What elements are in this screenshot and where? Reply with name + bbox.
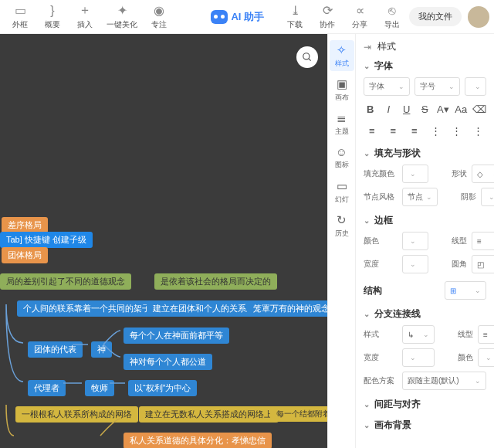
mindmap-node[interactable]: 每一个结都附着一种道德要素 xyxy=(270,406,327,422)
section-branch: 分支连接线 样式↳线型≡ 宽度颜色 配色方案跟随主题(默认) xyxy=(364,307,486,390)
slides-icon: ▭ xyxy=(337,179,347,193)
avatar[interactable] xyxy=(468,6,489,28)
font-color-button[interactable]: A▾ xyxy=(436,100,450,117)
align-center-button[interactable]: ≡ xyxy=(385,122,402,139)
section-header[interactable]: 边框 xyxy=(364,214,486,227)
canvas-icon: ▣ xyxy=(337,77,347,91)
mindmap-node[interactable]: 神对每个个人都公道 xyxy=(124,354,212,370)
section-header[interactable]: 填充与形状 xyxy=(364,147,486,160)
smiley-icon: ☺ xyxy=(336,145,347,158)
mindmap-node[interactable]: 一根根私人联系所构成的网络 xyxy=(15,406,138,423)
side-history[interactable]: ↻历史 xyxy=(330,210,354,241)
tb-insert[interactable]: ＋插入 xyxy=(69,2,100,32)
history-icon: ↻ xyxy=(337,213,347,227)
top-toolbar: ▭外框 }概要 ＋插入 ✦一键美化 ◉专注 AI 助手 ⤓下载 ⟳协作 ∝分享 … xyxy=(0,0,494,34)
section-spacing: 间距与对齐 xyxy=(364,398,486,411)
mindmap-node[interactable]: 笼罩万有的神的观念 xyxy=(247,300,327,317)
tb-collab[interactable]: ⟳协作 xyxy=(312,2,343,32)
tb-frame[interactable]: ▭外框 xyxy=(5,2,36,32)
style-panel: ⇥ 样式 字体 字体 字号 B I U S A▾ Aa ⌫ ≡ ≡ ≡ xyxy=(355,34,494,448)
italic-button[interactable]: I xyxy=(382,100,396,117)
border-radius-select[interactable]: ◰ xyxy=(472,255,494,273)
font-extra-select[interactable] xyxy=(465,77,486,96)
tb-share[interactable]: ∝分享 xyxy=(344,2,375,32)
shape-select[interactable]: ◇ xyxy=(472,165,494,183)
font-family-select[interactable]: 字体 xyxy=(364,77,410,96)
section-border: 边框 颜色线型≡ 宽度圆角◰ xyxy=(364,214,486,273)
mindmap-node[interactable]: 神 xyxy=(91,341,112,358)
side-icons[interactable]: ☺图标 xyxy=(330,142,354,173)
section-structure: 结构⊞ xyxy=(364,281,486,300)
side-style[interactable]: ✧样式 xyxy=(330,40,354,71)
tb-focus[interactable]: ◉专注 xyxy=(144,2,174,32)
scheme-select[interactable]: 跟随主题(默认) xyxy=(402,372,486,390)
bold-button[interactable]: B xyxy=(364,100,377,117)
theme-icon: ≣ xyxy=(337,111,347,125)
tb-download[interactable]: ⤓下载 xyxy=(279,2,310,32)
branch-line-select[interactable]: ≡ xyxy=(478,325,494,344)
mindmap-node[interactable]: 团体格局 xyxy=(2,247,48,263)
branch-color-select[interactable] xyxy=(478,348,494,367)
ai-icon xyxy=(211,10,228,24)
valign-top-button[interactable]: ⋮ xyxy=(428,122,445,139)
mindmap-node[interactable]: 私人关系道德的具体分化：孝悌忠信 xyxy=(124,433,272,448)
valign-mid-button[interactable]: ⋮ xyxy=(448,122,465,139)
style-icon: ✧ xyxy=(337,43,347,57)
mindmap-node[interactable]: 代理者 xyxy=(28,380,66,396)
structure-select[interactable]: ⊞ xyxy=(445,281,486,300)
mindmap-node[interactable]: 团体的代表 xyxy=(28,341,83,358)
search-button[interactable] xyxy=(296,46,318,68)
panel-title: 样式 xyxy=(377,40,396,53)
collapse-icon[interactable]: ⇥ xyxy=(364,42,371,53)
mindmap-canvas[interactable]: 差序格局 Tab] 快捷键 创建子级 团体格局 局的差别引起了不同的道德观念 是… xyxy=(0,34,327,448)
side-canvas[interactable]: ▣画布 xyxy=(330,74,354,105)
section-canvas-bg: 画布背景 xyxy=(364,419,486,432)
section-fill: 填充与形状 填充颜色形状◇ 节点风格节点阴影 xyxy=(364,147,486,206)
mindmap-node[interactable]: 个人间的联系靠着一个共同的架子 xyxy=(17,300,157,317)
tb-beautify[interactable]: ✦一键美化 xyxy=(102,2,142,32)
search-icon xyxy=(302,52,313,63)
svg-point-0 xyxy=(303,53,310,59)
ai-assistant-button[interactable]: AI 助手 xyxy=(203,7,272,27)
border-width-select[interactable] xyxy=(402,255,428,273)
section-header[interactable]: 分支连接线 xyxy=(364,307,486,321)
branch-width-select[interactable] xyxy=(402,348,435,367)
fill-color-select[interactable] xyxy=(402,165,428,183)
case-button[interactable]: Aa xyxy=(455,100,469,117)
mindmap-node[interactable]: 牧师 xyxy=(85,380,114,396)
clear-format-button[interactable]: ⌫ xyxy=(472,100,486,117)
valign-bot-button[interactable]: ⋮ xyxy=(470,122,487,139)
shortcut-tip: Tab] 快捷键 创建子级 xyxy=(0,232,93,248)
mindmap-node[interactable]: 以“权利”为中心 xyxy=(128,380,197,396)
svg-line-1 xyxy=(309,59,311,61)
border-color-select[interactable] xyxy=(402,232,428,250)
mindmap-node[interactable]: 每个个人在神面前都平等 xyxy=(124,328,229,344)
mindmap-node[interactable]: 局的差别引起了不同的道德观念 xyxy=(0,273,131,290)
side-slides[interactable]: ▭幻灯 xyxy=(330,176,354,207)
side-theme[interactable]: ≣主题 xyxy=(330,108,354,139)
nodestyle-select[interactable]: 节点 xyxy=(402,188,438,206)
mindmap-node[interactable]: 建立在无数私人关系搭成的网络上 xyxy=(139,406,279,423)
strike-button[interactable]: S xyxy=(418,100,432,117)
underline-button[interactable]: U xyxy=(400,100,414,117)
tb-summary[interactable]: }概要 xyxy=(37,2,68,32)
tb-export[interactable]: ⎋导出 xyxy=(377,2,408,32)
shadow-select[interactable] xyxy=(481,188,494,206)
font-size-select[interactable]: 字号 xyxy=(414,77,461,96)
section-font: 字体 字体 字号 B I U S A▾ Aa ⌫ ≡ ≡ ≡ ⋮ ⋮ ⋮ xyxy=(364,59,486,139)
panel-header: ⇥ 样式 xyxy=(364,40,486,53)
branch-style-select[interactable]: ↳ xyxy=(402,325,435,344)
mindmap-node[interactable]: 是依着该社会的格局而决定的 xyxy=(154,273,277,290)
mindmap-node[interactable]: 差序格局 xyxy=(2,217,48,233)
right-sidebar: ✧样式 ▣画布 ≣主题 ☺图标 ▭幻灯 ↻历史 xyxy=(327,34,355,448)
align-left-button[interactable]: ≡ xyxy=(364,122,381,139)
my-files-button[interactable]: 我的文件 xyxy=(409,7,462,26)
section-header[interactable]: 画布背景 xyxy=(364,419,486,432)
section-header[interactable]: 字体 xyxy=(364,59,486,73)
align-right-button[interactable]: ≡ xyxy=(406,122,423,139)
border-line-select[interactable]: ≡ xyxy=(472,232,494,250)
section-header[interactable]: 间距与对齐 xyxy=(364,398,486,411)
mindmap-node[interactable]: 建立在团体和个人的关系上 xyxy=(147,300,261,317)
